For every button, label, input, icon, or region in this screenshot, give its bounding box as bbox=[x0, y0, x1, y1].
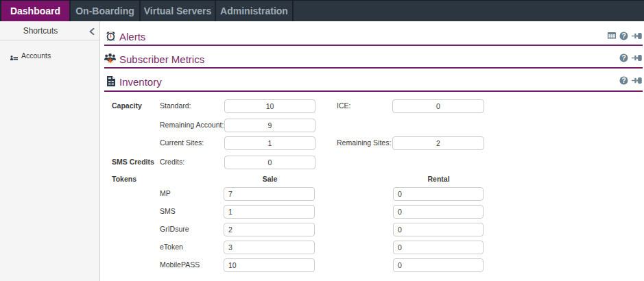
svg-text:?: ? bbox=[621, 32, 625, 40]
svg-text:?: ? bbox=[621, 54, 625, 62]
svg-text:?: ? bbox=[621, 77, 625, 84]
